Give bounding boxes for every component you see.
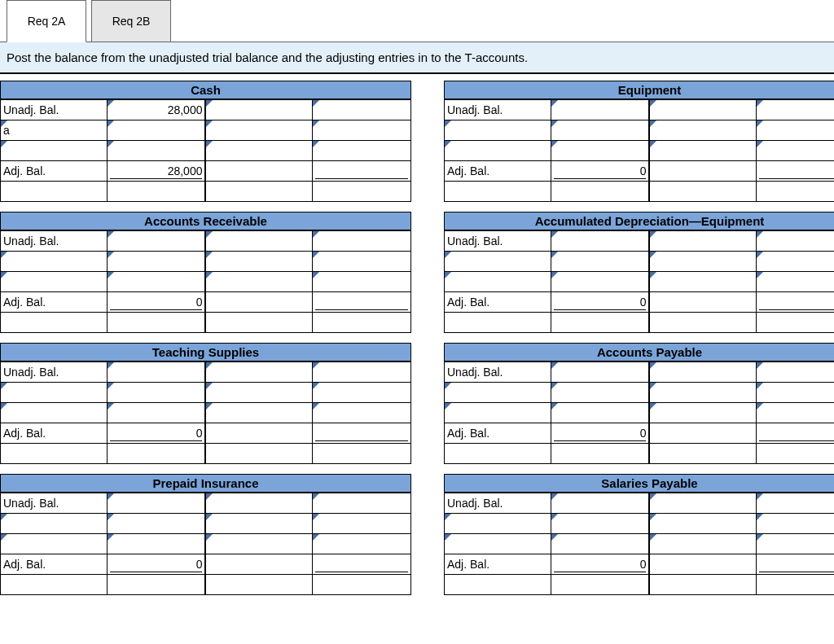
credit-label[interactable] — [649, 403, 756, 423]
debit-label[interactable]: Unadj. Bal. — [445, 231, 551, 252]
debit-label[interactable] — [1, 514, 108, 534]
debit-amount[interactable] — [551, 231, 650, 252]
credit-label[interactable] — [649, 100, 756, 120]
credit-amount[interactable] — [757, 100, 834, 120]
debit-amount[interactable] — [551, 100, 650, 120]
debit-amount[interactable] — [551, 514, 650, 534]
credit-label[interactable] — [205, 120, 312, 141]
debit-label[interactable] — [445, 534, 551, 554]
debit-amount[interactable] — [551, 362, 650, 383]
debit-amount[interactable]: 28,000 — [108, 100, 206, 120]
debit-amount[interactable] — [551, 120, 650, 141]
debit-label[interactable] — [445, 383, 551, 403]
credit-label[interactable] — [649, 493, 756, 514]
credit-amount[interactable] — [313, 120, 411, 141]
debit-label[interactable]: Unadj. Bal. — [445, 362, 551, 383]
debit-amount[interactable] — [108, 493, 206, 514]
debit-amount[interactable] — [108, 231, 206, 252]
credit-label[interactable] — [649, 272, 756, 292]
debit-amount[interactable] — [108, 403, 206, 423]
credit-amount[interactable] — [757, 120, 834, 141]
credit-amount[interactable] — [757, 272, 834, 292]
credit-label[interactable] — [205, 272, 312, 292]
credit-amount[interactable] — [757, 514, 834, 534]
debit-amount[interactable] — [108, 514, 206, 534]
credit-label[interactable] — [205, 493, 312, 514]
debit-amount[interactable] — [551, 383, 650, 403]
credit-label[interactable] — [649, 252, 756, 272]
debit-label[interactable]: Unadj. Bal. — [1, 100, 108, 120]
credit-amount[interactable] — [313, 514, 411, 534]
credit-amount[interactable] — [313, 383, 411, 403]
debit-label[interactable] — [1, 383, 108, 403]
debit-label[interactable]: a — [1, 120, 108, 141]
debit-amount[interactable] — [551, 272, 650, 292]
debit-amount[interactable] — [108, 534, 206, 554]
debit-label[interactable] — [445, 252, 551, 272]
credit-label[interactable] — [205, 252, 312, 272]
credit-amount[interactable] — [757, 252, 834, 272]
credit-label[interactable] — [205, 141, 312, 161]
debit-amount[interactable] — [551, 403, 650, 423]
debit-label[interactable] — [445, 403, 551, 423]
debit-label[interactable] — [445, 141, 551, 161]
credit-label[interactable] — [205, 403, 312, 423]
credit-label[interactable] — [205, 362, 312, 383]
credit-amount[interactable] — [313, 493, 411, 514]
credit-amount[interactable] — [757, 493, 834, 514]
debit-label[interactable] — [445, 514, 551, 534]
debit-label[interactable] — [445, 272, 551, 292]
credit-label[interactable] — [205, 100, 312, 120]
adj-credit-amount — [313, 161, 411, 182]
tab-req-2b[interactable]: Req 2B — [91, 0, 171, 42]
debit-label[interactable] — [1, 252, 108, 272]
credit-amount[interactable] — [313, 403, 411, 423]
credit-amount[interactable] — [313, 534, 411, 554]
debit-label[interactable] — [445, 120, 551, 141]
credit-amount[interactable] — [313, 272, 411, 292]
credit-amount[interactable] — [757, 403, 834, 423]
debit-amount[interactable] — [108, 120, 206, 141]
t-account: EquipmentUnadj. Bal.Adj. Bal.0 — [444, 81, 834, 207]
debit-amount[interactable] — [108, 252, 206, 272]
debit-amount[interactable] — [551, 141, 650, 161]
credit-amount[interactable] — [757, 383, 834, 403]
credit-label[interactable] — [205, 231, 312, 252]
debit-label[interactable] — [1, 141, 108, 161]
debit-label[interactable]: Unadj. Bal. — [1, 231, 108, 252]
debit-amount[interactable] — [108, 141, 206, 161]
credit-label[interactable] — [649, 231, 756, 252]
credit-amount[interactable] — [757, 362, 834, 383]
debit-label[interactable]: Unadj. Bal. — [445, 100, 551, 120]
credit-label[interactable] — [205, 514, 312, 534]
credit-amount[interactable] — [313, 362, 411, 383]
debit-amount[interactable] — [551, 493, 650, 514]
credit-amount[interactable] — [313, 141, 411, 161]
credit-amount[interactable] — [757, 231, 834, 252]
debit-label[interactable] — [1, 272, 108, 292]
credit-label[interactable] — [649, 120, 756, 141]
debit-amount[interactable] — [551, 534, 650, 554]
credit-label[interactable] — [649, 383, 756, 403]
debit-label[interactable] — [1, 403, 108, 423]
debit-amount[interactable] — [551, 252, 650, 272]
credit-amount[interactable] — [313, 100, 411, 120]
credit-label[interactable] — [649, 362, 756, 383]
debit-label[interactable] — [1, 534, 108, 554]
debit-amount[interactable] — [108, 362, 206, 383]
credit-label[interactable] — [649, 534, 756, 554]
credit-label[interactable] — [205, 534, 312, 554]
credit-amount[interactable] — [757, 534, 834, 554]
credit-label[interactable] — [649, 141, 756, 161]
credit-label[interactable] — [649, 514, 756, 534]
credit-amount[interactable] — [313, 231, 411, 252]
debit-label[interactable]: Unadj. Bal. — [1, 493, 108, 514]
tab-req-2a[interactable]: Req 2A — [7, 0, 86, 42]
debit-label[interactable]: Unadj. Bal. — [1, 362, 108, 383]
debit-amount[interactable] — [108, 272, 206, 292]
credit-amount[interactable] — [757, 141, 834, 161]
credit-amount[interactable] — [313, 252, 411, 272]
credit-label[interactable] — [205, 383, 312, 403]
debit-amount[interactable] — [108, 383, 206, 403]
debit-label[interactable]: Unadj. Bal. — [445, 493, 551, 514]
